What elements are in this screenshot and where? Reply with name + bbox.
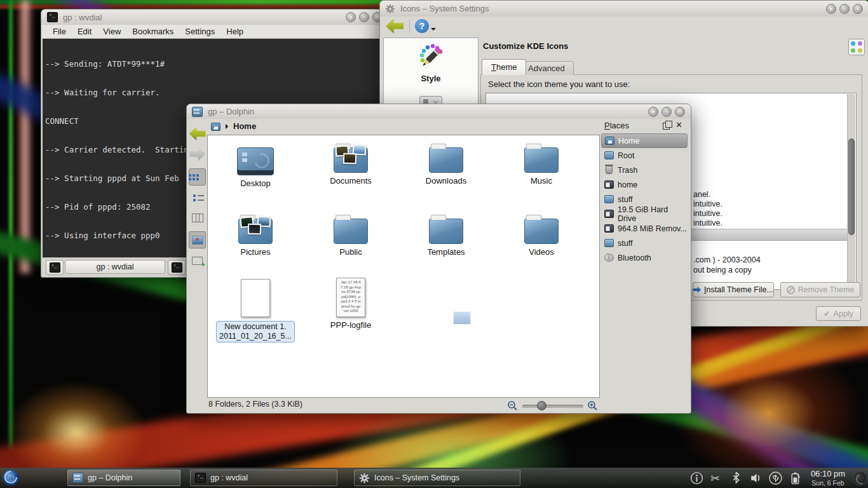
- music-folder-icon: [524, 147, 559, 173]
- close-panel-icon[interactable]: ✕: [675, 120, 682, 130]
- templates-folder-icon: [429, 219, 463, 244]
- minimize-icon[interactable]: [826, 4, 836, 14]
- close-icon[interactable]: [675, 107, 685, 117]
- svg-text:✂: ✂: [710, 472, 720, 485]
- folder-icon: [604, 195, 614, 203]
- volume-icon[interactable]: [749, 471, 763, 485]
- public-folder-icon: [334, 219, 368, 244]
- icons-view-button[interactable]: [189, 168, 206, 186]
- menu-edit[interactable]: Edit: [72, 27, 97, 36]
- menu-settings[interactable]: Settings: [179, 27, 220, 36]
- dolphin-app-icon: [192, 107, 203, 117]
- forward-button[interactable]: [189, 146, 206, 163]
- tab-list-button[interactable]: [168, 260, 186, 275]
- breadcrumb-home-button[interactable]: [208, 121, 223, 133]
- terminal-tab[interactable]: gp : wvdial: [65, 260, 165, 274]
- place-removable-drive[interactable]: 964.8 MiB Remov...: [601, 221, 688, 236]
- breadcrumb[interactable]: Home: [233, 121, 256, 131]
- system-tray: ✂: [689, 471, 803, 485]
- help-button[interactable]: ?: [415, 19, 429, 33]
- panel-toolbox-cashew-icon[interactable]: [853, 471, 867, 485]
- file-item[interactable]: Jan 17 09:4 7:18 gp-Asp ire-5738 pp pd[1…: [309, 276, 392, 330]
- bluetooth-icon[interactable]: [729, 471, 743, 485]
- remove-theme-button[interactable]: Remove Theme: [780, 282, 860, 297]
- folder-item[interactable]: Downloads: [405, 142, 487, 186]
- folder-label: Downloads: [405, 176, 487, 186]
- back-button[interactable]: [386, 18, 403, 34]
- dolphin-titlebar[interactable]: gp – Dolphin: [187, 104, 691, 119]
- terminal-line: --> Waiting for carrier.: [45, 88, 384, 97]
- place-root[interactable]: Root: [601, 148, 688, 163]
- place-hard-drive[interactable]: 19.5 GiB Hard Drive: [601, 207, 688, 221]
- menu-bookmarks[interactable]: Bookmarks: [126, 27, 179, 36]
- place-home-partition[interactable]: home: [601, 177, 688, 192]
- menu-view[interactable]: View: [97, 27, 126, 36]
- maximize-icon[interactable]: [839, 4, 850, 14]
- zoom-in-icon[interactable]: [587, 400, 599, 412]
- details-view-icon: [193, 194, 196, 197]
- scrollbar[interactable]: [847, 94, 855, 288]
- minimize-icon[interactable]: [648, 107, 658, 117]
- zoom-slider-handle[interactable]: [537, 401, 546, 410]
- overview-button[interactable]: [848, 39, 865, 55]
- folder-item[interactable]: Music: [500, 142, 583, 186]
- icons-view-icon: [189, 174, 191, 177]
- maximize-icon[interactable]: [359, 12, 369, 22]
- folder-item[interactable]: Pictures: [214, 213, 297, 257]
- select-theme-label: Select the icon theme you want to use:: [488, 79, 630, 89]
- gear-icon: [385, 4, 395, 14]
- settings-titlebar[interactable]: Icons – System Settings: [380, 1, 868, 17]
- back-button[interactable]: [189, 125, 206, 142]
- place-stuff-2[interactable]: stuff: [601, 236, 688, 250]
- minimize-icon[interactable]: [346, 12, 356, 22]
- home-folder-icon: [605, 137, 614, 145]
- folder-item[interactable]: Desktop: [214, 142, 297, 188]
- clipboard-scissors-icon[interactable]: ✂: [709, 471, 724, 485]
- close-icon[interactable]: [853, 4, 863, 14]
- dolphin-window: gp – Dolphin Home Desktop: [186, 104, 691, 414]
- folder-item[interactable]: Public: [309, 213, 392, 257]
- digital-clock[interactable]: 06:10 pm Sun, 6 Feb: [804, 470, 851, 487]
- selected-file-label: New document 1.2011_01_20_16_5...: [216, 321, 295, 342]
- zoom-out-icon[interactable]: [507, 400, 519, 412]
- maximize-icon[interactable]: [661, 107, 672, 117]
- folder-item[interactable]: Videos: [500, 213, 583, 257]
- menu-help[interactable]: Help: [220, 27, 249, 36]
- apply-label: Apply: [834, 309, 853, 318]
- zoom-slider[interactable]: [522, 405, 583, 408]
- terminal-menubar: File Edit View Bookmarks Settings Help: [42, 25, 388, 39]
- folder-item[interactable]: Templates: [405, 213, 487, 257]
- new-tab-button[interactable]: [46, 260, 64, 275]
- chevron-down-icon[interactable]: [431, 28, 436, 33]
- terminal-titlebar[interactable]: gp : wvdial: [41, 10, 388, 25]
- apply-button[interactable]: ✔ Apply: [816, 306, 861, 321]
- task-dolphin[interactable]: gp – Dolphin: [67, 470, 180, 486]
- checkmark-icon: ✔: [824, 309, 830, 318]
- device-notifier-usb-icon[interactable]: [768, 471, 783, 485]
- launcher-logo-icon[interactable]: [2, 469, 20, 487]
- scrollbar-thumb[interactable]: [848, 139, 855, 235]
- sidebar-item-style[interactable]: Style: [384, 38, 478, 83]
- detach-panel-icon[interactable]: [663, 123, 670, 130]
- place-home[interactable]: Home: [601, 133, 688, 148]
- breadcrumb-arrow-icon: [226, 124, 231, 129]
- split-view-button[interactable]: [189, 252, 206, 269]
- folder-item[interactable]: Documents: [309, 142, 392, 186]
- task-wvdial[interactable]: gp : wvdial: [190, 470, 337, 486]
- dolphin-file-view[interactable]: Desktop Documents Downloads Music Pictur…: [207, 135, 600, 398]
- theme-description-fragment: intuitive.: [693, 209, 722, 218]
- battery-icon[interactable]: [788, 471, 803, 485]
- menu-file[interactable]: File: [47, 27, 72, 36]
- preview-button[interactable]: [189, 231, 206, 248]
- gear-icon: [359, 473, 370, 484]
- place-trash[interactable]: Trash: [601, 163, 688, 177]
- task-system-settings[interactable]: Icons – System Settings: [354, 470, 520, 486]
- tab-advanced[interactable]: Advanced: [519, 61, 574, 75]
- tab-theme[interactable]: Theme: [482, 59, 526, 75]
- place-bluetooth[interactable]: Bluetooth: [601, 250, 688, 265]
- columns-view-button[interactable]: [189, 209, 206, 226]
- file-item-selected[interactable]: New document 1.2011_01_20_16_5...: [214, 276, 297, 342]
- details-view-button[interactable]: [189, 189, 206, 206]
- info-icon[interactable]: [689, 471, 704, 485]
- install-theme-button[interactable]: Install Theme File...: [693, 282, 774, 297]
